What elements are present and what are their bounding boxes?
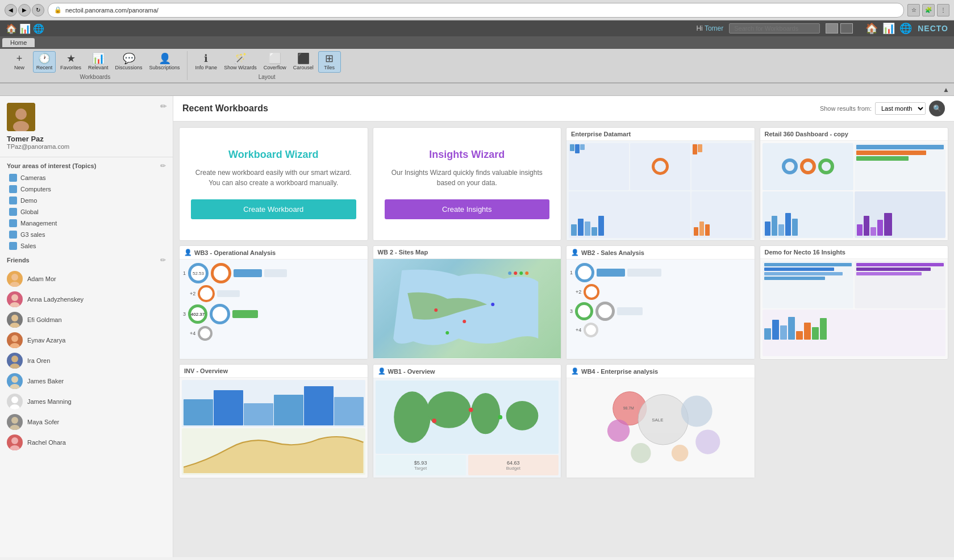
svg-point-31 <box>470 393 500 434</box>
url-bar[interactable]: 🔒 nectoil.panorama.com/panorama/ <box>48 3 904 18</box>
wb2-sales-thumbnail: 1 +2 3 <box>566 260 755 359</box>
svg-point-12 <box>10 363 20 369</box>
menu-button[interactable]: ⋮ <box>937 4 949 16</box>
wb2-sales-card[interactable]: 👤 WB2 - Sales Analysis 1 +2 <box>566 245 755 360</box>
wb1-overview-header: 👤 WB1 - Overview <box>373 365 561 378</box>
friend-avatar-maya <box>7 414 23 430</box>
enterprise-datamart-thumbnail <box>566 141 755 240</box>
toolbar-layout-group: ℹ Info Pane 🪄 Show Wizards ⬜ Coverflow ⬛… <box>189 51 345 80</box>
svg-point-18 <box>10 425 20 430</box>
wb1-overview-card[interactable]: 👤 WB1 - Overview <box>373 364 562 478</box>
tiles-icon: ⊞ <box>325 53 334 64</box>
friend-item-rachel[interactable]: Rachel Ohara <box>0 432 173 453</box>
wb3-operational-card[interactable]: 👤 WB3 - Operational Analysis 1 52.53 <box>179 245 368 360</box>
toolbar-favorites-button[interactable]: ★ Favorites <box>58 52 84 72</box>
friend-item-jmanning[interactable]: James Manning <box>0 391 173 412</box>
friend-item-maya[interactable]: Maya Sofer <box>0 412 173 432</box>
wb2-sites-header: WB 2 - Sites Map <box>373 246 561 259</box>
topic-item-sales[interactable]: Sales <box>0 240 173 252</box>
collapse-button[interactable]: ▲ <box>943 86 949 94</box>
toolbar-infopane-button[interactable]: ℹ Info Pane <box>193 52 220 72</box>
retail-360-card[interactable]: Retail 360 Dashboard - copy <box>760 127 949 241</box>
tab-bar: Home <box>0 36 954 49</box>
refresh-button[interactable]: ↻ <box>32 4 44 16</box>
home-icon[interactable]: 🏠 <box>865 22 878 35</box>
svg-point-34 <box>468 408 473 412</box>
topic-item-management[interactable]: Management <box>0 218 173 229</box>
chart-icon[interactable]: 📊 <box>882 22 895 35</box>
workboard-search-input[interactable] <box>729 23 820 34</box>
subscriptions-icon: 👤 <box>159 53 171 64</box>
collapse-bar: ▲ <box>0 83 954 96</box>
toolbar-relevant-button[interactable]: 📊 Relevant <box>86 52 111 72</box>
grid-view-btn[interactable] <box>840 23 853 34</box>
topic-item-global[interactable]: Global <box>0 206 173 218</box>
cameras-icon <box>9 174 17 182</box>
toolbar-discussions-button[interactable]: 💬 Discussions <box>113 52 145 72</box>
topic-item-demo[interactable]: Demo <box>0 195 173 206</box>
tab-home[interactable]: Home <box>2 38 35 47</box>
world-map-svg <box>376 381 559 454</box>
management-icon <box>9 219 17 227</box>
friend-item-anna[interactable]: Anna Ladyzhenskey <box>0 289 173 310</box>
toolbar-coverflow-button[interactable]: ⬜ Coverflow <box>261 52 289 72</box>
star-button[interactable]: ☆ <box>907 4 920 16</box>
friend-item-efi[interactable]: Efi Goldman <box>0 310 173 330</box>
svg-point-10 <box>10 343 20 348</box>
svg-point-4 <box>10 282 20 287</box>
toolbar-new-button[interactable]: + New <box>8 52 31 72</box>
main-layout: Tomer Paz TPaz@panorama.com ✏ Your areas… <box>0 96 954 557</box>
create-workboard-button[interactable]: Create Workboard <box>191 199 356 219</box>
toolbar-carousel-button[interactable]: ⬛ Carousel <box>291 52 316 72</box>
browser-action-buttons: ☆ 🧩 ⋮ <box>907 4 949 16</box>
wb4-enterprise-card[interactable]: 👤 WB4 - Enterprise analysis <box>566 364 755 478</box>
topic-item-computers[interactable]: Computers <box>0 183 173 195</box>
svg-point-16 <box>10 404 20 409</box>
infopane-icon: ℹ <box>204 53 208 64</box>
create-insights-button[interactable]: Create Insights <box>385 199 550 219</box>
toolbar-recent-button[interactable]: 🕐 Recent <box>33 51 56 73</box>
topics-section-header: Your areas of interest (Topics) ✏ <box>0 157 173 172</box>
workboard-grid: Workboard Wizard Create new workboard ea… <box>173 122 954 484</box>
svg-point-9 <box>11 335 18 342</box>
friend-item-adam[interactable]: Adam Mor <box>0 269 173 289</box>
wb2-sites-card[interactable]: WB 2 - Sites Map <box>373 245 562 360</box>
demo-necto-card[interactable]: Demo for Necto 16 Insights <box>760 245 949 360</box>
toolbar-subscriptions-button[interactable]: 👤 Subscriptions <box>147 52 182 72</box>
friend-item-jbaker[interactable]: James Baker <box>0 371 173 391</box>
topic-item-cameras[interactable]: Cameras <box>0 172 173 183</box>
filter-button[interactable]: 🔍 <box>929 101 945 116</box>
inv-overview-card[interactable]: INV - Overview <box>179 364 368 478</box>
toolbar-tiles-button[interactable]: ⊞ Tiles <box>318 51 341 73</box>
insights-wizard-card[interactable]: Insights Wizard Our Insights Wizard quic… <box>373 127 562 241</box>
back-button[interactable]: ◀ <box>5 4 17 16</box>
new-icon: + <box>16 53 23 64</box>
header-left: 🏠 📊 🌐 <box>6 23 44 34</box>
toolbar-showwizards-button[interactable]: 🪄 Show Wizards <box>222 52 259 72</box>
friends-edit-icon[interactable]: ✏ <box>160 256 166 264</box>
username-link[interactable]: Tomer <box>705 24 723 32</box>
enterprise-datamart-card[interactable]: Enterprise Datamart <box>566 127 755 241</box>
topic-item-g3sales[interactable]: G3 sales <box>0 229 173 240</box>
relevant-icon: 📊 <box>92 53 105 64</box>
svg-point-11 <box>11 356 18 362</box>
extensions-button[interactable]: 🧩 <box>922 4 935 16</box>
profile-edit-icon[interactable]: ✏ <box>160 102 167 111</box>
content-header: Recent Workboards Show results from: Las… <box>173 96 954 122</box>
globe-icon[interactable]: 🌐 <box>899 22 912 35</box>
topics-edit-icon[interactable]: ✏ <box>160 162 166 170</box>
workboard-wizard-card[interactable]: Workboard Wizard Create new workboard ea… <box>179 127 368 241</box>
svg-point-15 <box>11 396 18 403</box>
toolbar: + New 🕐 Recent ★ Favorites 📊 Relevant 💬 … <box>0 49 954 83</box>
sales-icon <box>9 242 17 250</box>
svg-point-23 <box>491 303 494 306</box>
profile-section: Tomer Paz TPaz@panorama.com ✏ <box>0 96 173 157</box>
forward-button[interactable]: ▶ <box>18 4 31 16</box>
header-right: Hi Tomer 🏠 📊 🌐 NECTO <box>696 22 948 35</box>
friend-item-eynav[interactable]: Eynav Azarya <box>0 330 173 350</box>
show-results: Show results from: Last month 🔍 <box>820 101 945 116</box>
friend-item-ira[interactable]: Ira Oren <box>0 350 173 371</box>
list-view-btn[interactable] <box>826 23 838 34</box>
date-filter-dropdown[interactable]: Last month <box>875 102 926 115</box>
svg-point-25 <box>508 271 511 275</box>
